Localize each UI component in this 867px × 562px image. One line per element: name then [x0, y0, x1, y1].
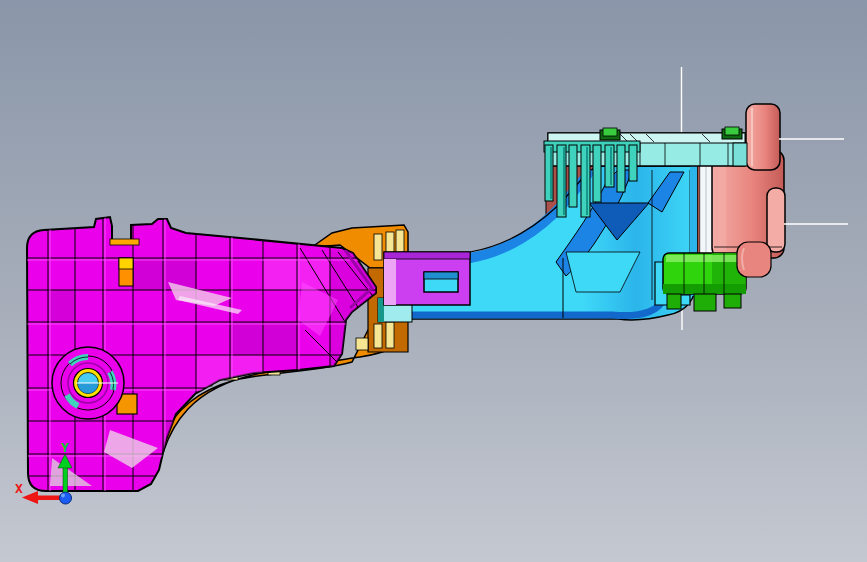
- wheel-detail[interactable]: [52, 347, 124, 419]
- part-magenta-bracket[interactable]: [24, 216, 378, 495]
- axis-y-label: Y: [61, 440, 69, 455]
- part-white-spacer[interactable]: [700, 155, 713, 255]
- cad-viewport[interactable]: X Y: [0, 0, 867, 562]
- part-purple-slider[interactable]: [384, 252, 470, 305]
- part-salmon-boss[interactable]: [737, 242, 771, 277]
- axis-x-label: X: [15, 481, 23, 496]
- crosshair-horizontal-lines: [779, 139, 848, 224]
- axis-z-dot: [60, 492, 72, 504]
- part-green-gear-block[interactable]: [663, 253, 746, 311]
- part-salmon-housing[interactable]: [712, 104, 785, 258]
- cad-scene[interactable]: X Y: [0, 0, 867, 562]
